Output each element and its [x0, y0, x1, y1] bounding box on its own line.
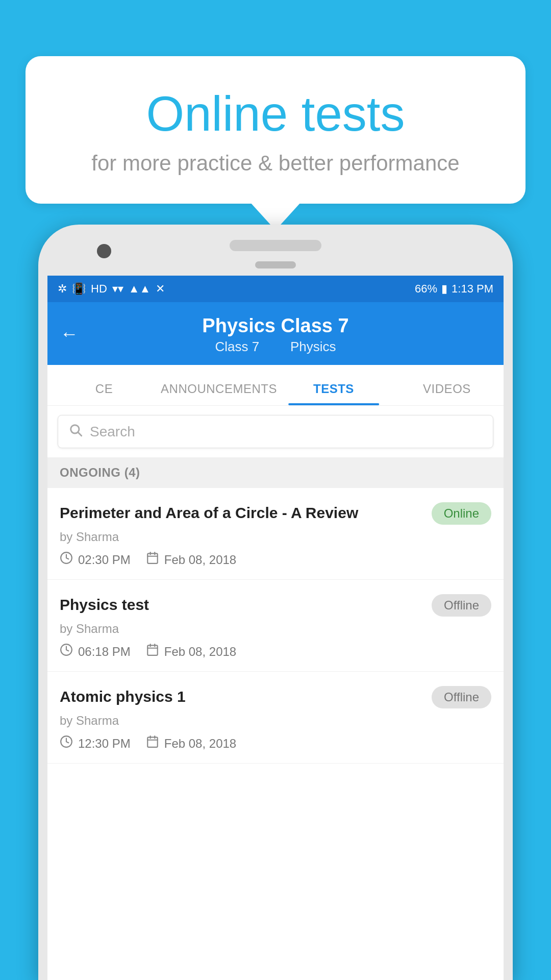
clock: 1:13 PM — [452, 282, 493, 296]
tab-tests[interactable]: TESTS — [277, 382, 390, 405]
tab-videos[interactable]: VIDEOS — [390, 382, 504, 405]
clock-icon — [60, 643, 73, 660]
status-badge: Offline — [432, 594, 491, 617]
test-item-top: Physics test Offline — [60, 594, 491, 617]
phone-top — [38, 225, 513, 276]
tab-announcements[interactable]: ANNOUNCEMENTS — [161, 382, 277, 405]
test-title: Physics test — [60, 594, 149, 616]
test-time: 06:18 PM — [60, 643, 131, 660]
test-meta: 02:30 PM Feb 08, 2018 — [60, 551, 491, 568]
test-title: Atomic physics 1 — [60, 686, 186, 707]
test-meta: 12:30 PM Feb 08, 2018 — [60, 735, 491, 752]
header-subtitle: Class 7 Physics — [58, 339, 493, 355]
test-item[interactable]: Perimeter and Area of a Circle - A Revie… — [47, 488, 504, 580]
no-sim-icon: ✕ — [156, 282, 165, 296]
bluetooth-icon: ✲ — [58, 282, 67, 296]
svg-rect-8 — [147, 645, 158, 655]
battery-icon: ▮ — [441, 282, 447, 296]
app-header: ← Physics Class 7 Class 7 Physics — [47, 302, 504, 365]
phone-screen: ✲ 📳 HD ▾▾ ▲▲ ✕ 66% ▮ 1:13 PM ← Physics C… — [47, 276, 504, 980]
search-box[interactable]: Search — [58, 415, 493, 448]
search-container: Search — [47, 406, 504, 457]
phone-camera — [97, 244, 111, 258]
svg-rect-13 — [147, 737, 158, 747]
calendar-icon — [146, 643, 159, 660]
status-badge: Offline — [432, 686, 491, 708]
svg-line-1 — [78, 432, 81, 435]
test-author: by Sharma — [60, 530, 491, 544]
search-placeholder: Search — [90, 424, 135, 440]
calendar-icon — [146, 551, 159, 568]
header-subject: Physics — [290, 339, 336, 354]
test-date: Feb 08, 2018 — [146, 735, 236, 752]
test-title: Perimeter and Area of a Circle - A Revie… — [60, 502, 358, 524]
battery-label: 66% — [415, 282, 437, 296]
clock-icon — [60, 551, 73, 568]
test-item-top: Atomic physics 1 Offline — [60, 686, 491, 708]
test-date: Feb 08, 2018 — [146, 551, 236, 568]
calendar-icon — [146, 735, 159, 752]
test-meta: 06:18 PM Feb 08, 2018 — [60, 643, 491, 660]
promo-card: Online tests for more practice & better … — [26, 56, 525, 204]
svg-rect-3 — [147, 553, 158, 564]
header-class: Class 7 — [215, 339, 259, 354]
hd-label: HD — [91, 282, 107, 296]
clock-icon — [60, 735, 73, 752]
promo-subtitle: for more practice & better performance — [56, 151, 495, 176]
test-date: Feb 08, 2018 — [146, 643, 236, 660]
status-badge: Online — [432, 502, 491, 525]
wifi-icon: ▾▾ — [112, 282, 123, 296]
search-icon — [68, 423, 83, 440]
test-author: by Sharma — [60, 714, 491, 728]
test-author: by Sharma — [60, 622, 491, 636]
back-button[interactable]: ← — [60, 323, 79, 345]
section-ongoing: ONGOING (4) — [47, 457, 504, 488]
status-bar: ✲ 📳 HD ▾▾ ▲▲ ✕ 66% ▮ 1:13 PM — [47, 276, 504, 302]
signal-icon: ▲▲ — [129, 282, 151, 296]
test-item-top: Perimeter and Area of a Circle - A Revie… — [60, 502, 491, 525]
test-item[interactable]: Atomic physics 1 Offline by Sharma 12:30… — [47, 672, 504, 764]
phone-frame: ✲ 📳 HD ▾▾ ▲▲ ✕ 66% ▮ 1:13 PM ← Physics C… — [38, 225, 513, 980]
status-icons: ✲ 📳 HD ▾▾ ▲▲ ✕ — [58, 282, 165, 296]
phone-top-button — [255, 261, 296, 268]
test-time: 12:30 PM — [60, 735, 131, 752]
tabs-bar: CE ANNOUNCEMENTS TESTS VIDEOS — [47, 365, 504, 406]
test-time: 02:30 PM — [60, 551, 131, 568]
vibrate-icon: 📳 — [72, 282, 86, 296]
promo-title: Online tests — [56, 87, 495, 141]
phone-speaker — [230, 240, 321, 251]
tab-ce[interactable]: CE — [47, 382, 161, 405]
header-title: Physics Class 7 — [58, 315, 493, 337]
test-item[interactable]: Physics test Offline by Sharma 06:18 PM — [47, 580, 504, 672]
status-right: 66% ▮ 1:13 PM — [415, 282, 493, 296]
